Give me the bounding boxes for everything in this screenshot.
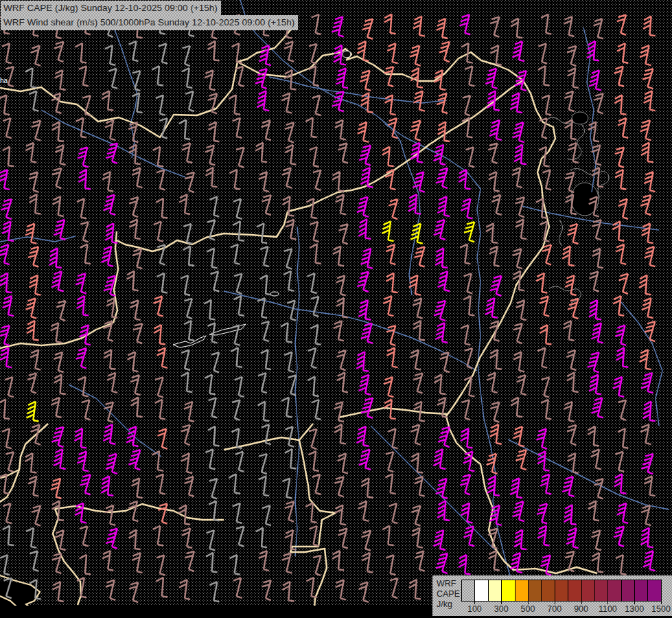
legend-label-line1: WRF xyxy=(437,579,460,589)
city-label: ha xyxy=(0,77,8,84)
legend-swatch-11 xyxy=(608,580,621,601)
legend-swatch-14 xyxy=(648,580,660,601)
legend-label-line2: CAPE xyxy=(437,589,460,599)
legend-tick-label: 700 xyxy=(547,604,561,614)
legend-swatch-5 xyxy=(529,580,542,601)
legend-tick-label: 300 xyxy=(494,604,509,614)
legend-swatch-10 xyxy=(595,580,608,601)
legend-label: WRF CAPE J/kg xyxy=(437,579,460,610)
legend-swatch-9 xyxy=(582,580,595,601)
legend-tick-label: 900 xyxy=(574,604,588,614)
legend-swatch-0 xyxy=(462,580,475,601)
legend-tick-label: 1300 xyxy=(625,604,644,614)
legend-swatch-13 xyxy=(635,580,648,601)
legend-swatch-12 xyxy=(622,580,635,601)
legend-swatch-2 xyxy=(489,580,502,601)
legend-swatch-6 xyxy=(542,580,555,601)
weather-map xyxy=(0,0,672,618)
legend-tick-label: 1100 xyxy=(599,604,617,614)
map-title-windshear: WRF Wind shear (m/s) 500/1000hPa Sunday … xyxy=(1,15,298,30)
legend-swatch-3 xyxy=(502,580,515,601)
cape-legend: WRF CAPE J/kg 10030050070090011001300150… xyxy=(432,575,672,616)
map-title-cape: WRF CAPE (J/kg) Sunday 12-10-2025 09:00 … xyxy=(1,1,221,15)
legend-label-line3: J/kg xyxy=(437,599,460,610)
legend-swatch-1 xyxy=(475,580,488,601)
legend-tick-label: 1500 xyxy=(651,604,671,614)
legend-swatch-8 xyxy=(568,580,581,601)
legend-tick-label: 100 xyxy=(467,604,482,614)
legend-tick-labels: 100300500700900110013001500 xyxy=(461,604,662,615)
small-lake-marker xyxy=(343,51,351,58)
legend-swatch-4 xyxy=(515,580,529,601)
legend-swatch-7 xyxy=(555,580,568,601)
wrf-weather-map-screen: WRF CAPE (J/kg) Sunday 12-10-2025 09:00 … xyxy=(0,0,672,618)
legend-tick-label: 500 xyxy=(521,604,535,614)
legend-colorbar xyxy=(461,580,662,602)
